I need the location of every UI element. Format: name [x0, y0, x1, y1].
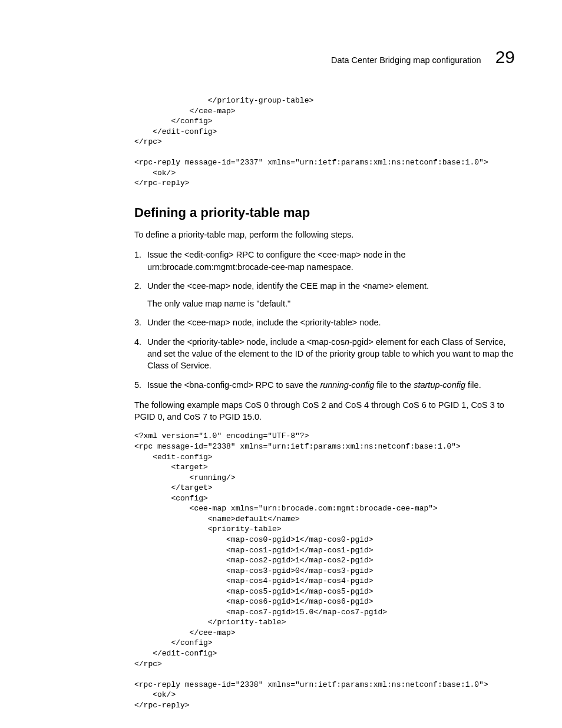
step-sub: The only value map name is "default."	[147, 298, 515, 309]
step-3: Under the <cee-map> node, include the <p…	[134, 317, 515, 328]
steps-list: Issue the <edit-config> RPC to configure…	[134, 249, 515, 391]
section-intro: To define a priority-table map, perform …	[134, 229, 515, 241]
section-heading: Defining a priority-table map	[134, 205, 515, 220]
step-text-c: file.	[465, 380, 481, 390]
step-text: Under the <priority-table> node, include…	[147, 337, 345, 347]
step-ital: running-config	[320, 380, 374, 390]
header-number: 29	[495, 47, 515, 67]
example-summary: The following example maps CoS 0 through…	[134, 399, 515, 423]
step-text: Under the <cee-map> node, identify the C…	[147, 281, 429, 291]
step-text: Under the <cee-map> node, include the <p…	[147, 318, 381, 327]
page: Data Center Bridging map configuration 2…	[0, 0, 562, 728]
step-ital2: startup-config	[414, 380, 465, 390]
code-block-1: </priority-group-table> </cee-map> </con…	[134, 95, 515, 189]
step-1: Issue the <edit-config> RPC to configure…	[134, 249, 515, 273]
step-4: Under the <priority-table> node, include…	[134, 336, 515, 372]
step-text: Issue the <edit-config> RPC to configure…	[147, 250, 406, 271]
header-title: Data Center Bridging map configuration	[331, 55, 481, 65]
code-block-2: <?xml version="1.0" encoding="UTF-8"?> <…	[134, 431, 515, 710]
step-5: Issue the <bna-config-cmd> RPC to save t…	[134, 379, 515, 391]
step-ital: n	[345, 337, 349, 347]
step-text-b: file to the	[374, 380, 414, 390]
page-header: Data Center Bridging map configuration 2…	[57, 47, 515, 67]
step-text: Issue the <bna-config-cmd> RPC to save t…	[147, 380, 320, 390]
step-2: Under the <cee-map> node, identify the C…	[134, 280, 515, 310]
